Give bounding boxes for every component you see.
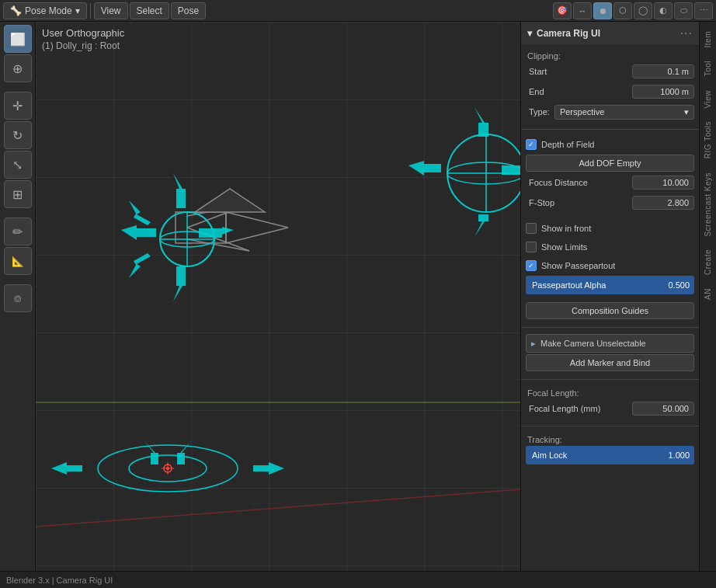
end-value[interactable]: 1000 m (632, 85, 694, 99)
bone-tool[interactable]: ⌾ (4, 284, 32, 312)
clipping-start-row: Start 0.1 m (526, 62, 694, 81)
status-bar: Blender 3.x | Camera Rig UI (0, 571, 716, 588)
viewport[interactable]: User Orthographic (1) Dolly_rig : Root (36, 22, 520, 571)
view-tab[interactable]: View (701, 84, 714, 115)
focal-length-section-label: Focal Length: (526, 386, 694, 399)
viewport-icon-6[interactable]: ◐ (654, 2, 673, 19)
viewport-icon-4[interactable]: ⬡ (613, 2, 632, 19)
move-tool[interactable]: ✛ (4, 92, 32, 120)
tracking-label: Tracking: (526, 433, 694, 446)
viewport-icon-2[interactable]: ↔ (573, 2, 592, 19)
status-text: Blender 3.x | Camera Rig UI (6, 576, 113, 585)
guides-section: Composition Guides (521, 299, 699, 324)
focal-length-label: Focal Length (mm) (526, 404, 632, 413)
divider-1 (521, 129, 699, 130)
dof-label: Depth of Field (541, 140, 594, 149)
view-menu[interactable]: View (94, 2, 128, 19)
tool-tab[interactable]: Tool (701, 54, 714, 82)
focal-length-row: Focal Length (mm) 50.000 (526, 399, 694, 418)
topbar: 🦴 Pose Mode ▾ View Select Pose 🎯 ↔ ⏺ ⬡ ◯… (0, 0, 716, 22)
focal-section: Focal Length: Focal Length (mm) 50.000 (521, 383, 699, 423)
panel-collapse-icon[interactable]: ▾ (527, 28, 532, 39)
type-label: Type: (526, 107, 550, 117)
dof-checkbox[interactable] (526, 139, 537, 150)
f-stop-value[interactable]: 2.800 (632, 196, 694, 210)
pose-mode-icon: 🦴 (10, 5, 22, 16)
pose-label: Pose (178, 5, 199, 16)
aim-lock-label: Aim Lock (530, 451, 668, 460)
mode-chevron: ▾ (75, 5, 80, 16)
scale-tool[interactable]: ⤡ (4, 151, 32, 179)
far-right-tabs: Item Tool View RIG Tools Screencast Keys… (699, 22, 716, 571)
show-passepartout-checkbox[interactable] (526, 260, 537, 271)
create-tab[interactable]: Create (701, 243, 714, 281)
show-passepartout-row: Show Passepartout (526, 257, 694, 274)
svg-rect-2 (36, 22, 520, 571)
show-in-front-checkbox[interactable] (526, 223, 537, 234)
right-panel: ▾ Camera Rig UI ··· Clipping: Start 0.1 … (520, 22, 699, 571)
make-camera-label: Make Camera Unselectable (540, 339, 646, 348)
viewport-icon-1[interactable]: 🎯 (553, 2, 572, 19)
measure-tool[interactable]: 📐 (4, 247, 32, 275)
view-label: View (101, 5, 121, 16)
panel-title: ▾ Camera Rig UI (527, 28, 600, 39)
camera-section: ▸ Make Camera Unselectable Add Marker an… (521, 331, 699, 376)
viewport-icon-3[interactable]: ⏺ (593, 2, 612, 19)
select-box-tool[interactable]: ⬜ (4, 25, 32, 53)
select-menu[interactable]: Select (130, 2, 169, 19)
pose-menu[interactable]: Pose (171, 2, 206, 19)
clipping-label: Clipping: (526, 49, 694, 62)
focus-distance-value[interactable]: 10.000 (632, 176, 694, 190)
viewport-icon-8[interactable]: ⋯ (694, 2, 713, 19)
topbar-icons: 🎯 ↔ ⏺ ⬡ ◯ ◐ ⬭ ⋯ (553, 2, 713, 19)
viewport-grid (36, 22, 520, 571)
show-passepartout-label: Show Passepartout (541, 261, 615, 270)
viewport-title: User Orthographic (42, 26, 124, 40)
passepartout-alpha-row: Passepartout Alpha 0.500 (526, 276, 694, 294)
show-limits-checkbox[interactable] (526, 242, 537, 252)
dof-row: Depth of Field (526, 136, 694, 153)
composition-guides-button[interactable]: Composition Guides (526, 302, 694, 319)
dof-section: Depth of Field Add DOF Empty Focus Dista… (521, 133, 699, 217)
divider-4 (521, 426, 699, 426)
an-tab[interactable]: AN (701, 282, 714, 306)
mode-selector[interactable]: 🦴 Pose Mode ▾ (3, 2, 87, 19)
panel-header: ▾ Camera Rig UI ··· (521, 22, 699, 46)
focus-distance-row: Focus Distance 10.000 (526, 173, 694, 192)
show-limits-label: Show Limits (541, 242, 587, 252)
annotate-tool[interactable]: ✏ (4, 217, 32, 245)
type-select[interactable]: Perspective ▾ (554, 105, 694, 120)
end-label: End (526, 87, 632, 96)
divider-2 (521, 327, 699, 328)
panel-menu-dots[interactable]: ··· (680, 26, 693, 40)
transform-tool[interactable]: ⊞ (4, 180, 32, 208)
svg-marker-29 (502, 164, 520, 175)
rig-tools-tab[interactable]: RIG Tools (701, 115, 714, 165)
rotate-tool[interactable]: ↻ (4, 121, 32, 149)
f-stop-row: F-Stop 2.800 (526, 193, 694, 212)
clipping-section: Clipping: Start 0.1 m End 1000 m Type: P… (521, 46, 699, 126)
start-value[interactable]: 0.1 m (632, 64, 694, 78)
viewport-subtitle: (1) Dolly_rig : Root (42, 40, 124, 51)
aim-lock-value: 1.000 (668, 451, 690, 460)
panel-title-text: Camera Rig UI (537, 28, 600, 39)
passepartout-label: Passepartout Alpha (530, 280, 668, 290)
select-label: Select (137, 5, 162, 16)
add-marker-bind-button[interactable]: Add Marker and Bind (526, 354, 694, 371)
viewport-icon-7[interactable]: ⬭ (674, 2, 693, 19)
screencast-keys-tab[interactable]: Screencast Keys (701, 166, 714, 243)
cursor-tool[interactable]: ⊕ (4, 54, 32, 82)
viewport-icon-5[interactable]: ◯ (634, 2, 652, 19)
divider-3 (521, 379, 699, 380)
aim-lock-row: Aim Lock 1.000 (526, 446, 694, 464)
type-row: Type: Perspective ▾ (526, 103, 694, 121)
focal-length-value[interactable]: 50.000 (632, 402, 694, 416)
passepartout-value: 0.500 (668, 280, 690, 290)
make-camera-row[interactable]: ▸ Make Camera Unselectable (526, 334, 694, 353)
tracking-section: Tracking: Aim Lock 1.000 (521, 430, 699, 469)
item-tab[interactable]: Item (701, 25, 714, 54)
camera-icon: ▸ (531, 339, 536, 349)
add-dof-empty-button[interactable]: Add DOF Empty (526, 155, 694, 172)
show-limits-row: Show Limits (526, 238, 694, 256)
start-label: Start (526, 67, 632, 76)
